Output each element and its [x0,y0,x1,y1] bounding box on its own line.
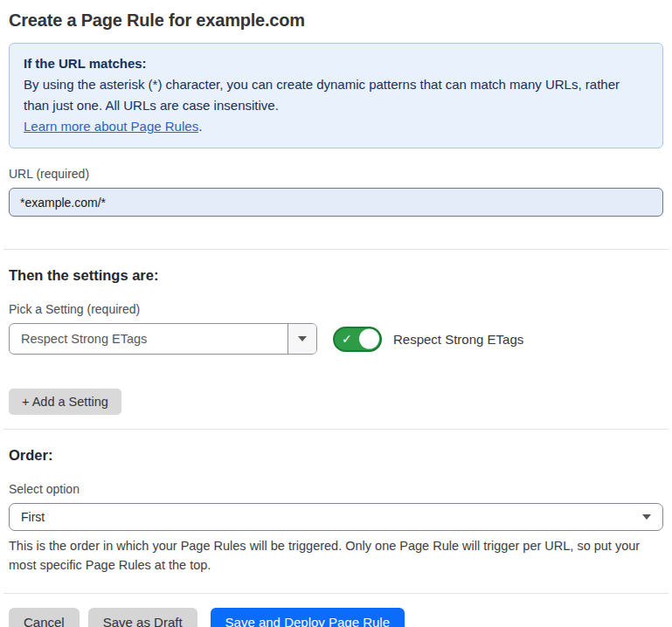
url-field-label: URL (required) [9,167,663,181]
order-select-value: First [21,510,45,524]
setting-select-value: Respect Strong ETags [10,324,288,354]
learn-more-link[interactable]: Learn more about Page Rules [24,119,198,134]
divider [3,249,669,250]
add-setting-button[interactable]: + Add a Setting [9,389,121,415]
respect-strong-etags-toggle[interactable]: ✓ [333,327,382,352]
info-box-body: By using the asterisk (*) character, you… [24,74,648,116]
toggle-label: Respect Strong ETags [393,332,523,347]
url-input[interactable] [9,188,663,217]
order-section-heading: Order: [9,447,663,464]
save-as-draft-button[interactable]: Save as Draft [88,608,197,627]
url-matches-info-box: If the URL matches: By using the asteris… [9,43,663,148]
pick-setting-label: Pick a Setting (required) [9,302,663,316]
order-select[interactable]: First [9,503,663,531]
divider [3,593,669,594]
order-select-label: Select option [9,482,663,496]
cancel-button[interactable]: Cancel [9,608,80,627]
check-icon: ✓ [342,333,352,345]
page-rule-form: Create a Page Rule for example.com If th… [0,0,672,627]
chevron-down-icon [642,514,651,520]
setting-row: Respect Strong ETags ✓ Respect Strong ET… [9,323,663,355]
page-title: Create a Page Rule for example.com [9,10,663,31]
order-help-text: This is the order in which your Page Rul… [9,536,663,575]
setting-select-caret-button[interactable] [288,324,316,354]
info-box-link-line: Learn more about Page Rules. [24,116,648,137]
setting-select[interactable]: Respect Strong ETags [9,323,317,355]
settings-section-heading: Then the settings are: [9,267,663,284]
chevron-down-icon [298,336,307,341]
save-and-deploy-button[interactable]: Save and Deploy Page Rule [211,608,405,627]
divider [3,429,669,430]
footer-actions: Cancel Save as Draft Save and Deploy Pag… [9,608,663,627]
link-suffix: . [198,119,202,134]
toggle-knob [359,329,379,349]
info-box-heading: If the URL matches: [24,53,648,74]
